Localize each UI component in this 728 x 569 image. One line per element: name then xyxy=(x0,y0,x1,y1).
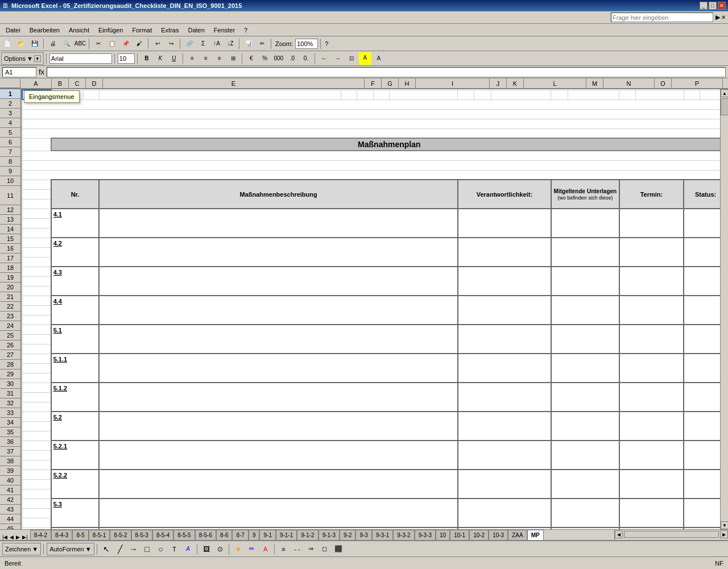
tab-9-3-2[interactable]: 9-3-2 xyxy=(393,530,414,540)
arrow-btn[interactable]: → xyxy=(127,543,140,555)
row-44[interactable]: 44 xyxy=(0,514,20,524)
cut-btn[interactable]: ✂ xyxy=(92,38,105,50)
desc-5.2[interactable] xyxy=(99,412,458,441)
row-8[interactable]: 8 xyxy=(0,157,20,167)
nr-5.3[interactable]: 5.3 xyxy=(51,499,100,528)
help-icon[interactable]: ? xyxy=(325,40,328,47)
row-11[interactable]: 11 xyxy=(0,186,20,205)
align-left-btn[interactable]: ≡ xyxy=(186,52,198,65)
row-18[interactable]: 18 xyxy=(0,263,20,273)
row-42[interactable]: 42 xyxy=(0,495,20,505)
row-36[interactable]: 36 xyxy=(0,437,20,447)
col-A[interactable]: A xyxy=(20,78,52,88)
desc-4.3[interactable] xyxy=(99,267,458,296)
desc-6.1[interactable] xyxy=(99,528,458,529)
oval-btn[interactable]: ○ xyxy=(155,543,167,555)
tab-9-3-3[interactable]: 9-3-3 xyxy=(415,530,436,540)
thousands-btn[interactable]: 000 xyxy=(272,52,285,65)
desc-4.2[interactable] xyxy=(99,238,458,267)
date-5.2.1[interactable] xyxy=(619,441,684,470)
row-23[interactable]: 23 xyxy=(0,312,20,321)
doc-5.3[interactable] xyxy=(551,499,619,528)
doc-4.2[interactable] xyxy=(551,238,619,267)
col-L[interactable]: L xyxy=(524,78,586,88)
redo-btn[interactable]: ↪ xyxy=(165,38,177,50)
desc-5.1[interactable] xyxy=(99,325,458,354)
resp-6.1[interactable] xyxy=(458,528,551,529)
empty-row-2[interactable] xyxy=(22,99,727,109)
empty-row-5[interactable] xyxy=(22,128,727,138)
menu-bearbeiten[interactable]: Bearbeiten xyxy=(25,24,64,36)
menu-daten[interactable]: Daten xyxy=(183,24,209,36)
row-40[interactable]: 40 xyxy=(0,476,20,485)
row-2[interactable]: 2 xyxy=(0,99,20,109)
cell-reference[interactable]: A1 xyxy=(2,67,36,77)
drawing-btn[interactable]: ✏ xyxy=(256,38,268,50)
row-9[interactable]: 9 xyxy=(0,167,20,176)
desc-5.1.2[interactable] xyxy=(99,383,458,412)
help-close-icon[interactable]: ✕ xyxy=(721,14,726,20)
cell-q1[interactable] xyxy=(684,90,700,99)
cell-f1[interactable] xyxy=(341,90,357,99)
font-size-input[interactable]: 10 xyxy=(118,53,135,64)
row-34[interactable]: 34 xyxy=(0,418,20,427)
empty-row-9[interactable] xyxy=(22,170,727,180)
underline-btn[interactable]: U xyxy=(168,52,180,65)
wordart-btn[interactable]: A xyxy=(182,543,195,555)
resp-5.1[interactable] xyxy=(458,325,551,354)
border-btn[interactable]: ⊡ xyxy=(345,52,358,65)
tab-10-2[interactable]: 10-2 xyxy=(469,530,489,540)
resp-4.1[interactable] xyxy=(458,209,551,238)
h-scroll-right-btn[interactable]: ▶ xyxy=(720,530,728,538)
tab-10[interactable]: 10 xyxy=(436,530,450,540)
row-13[interactable]: 13 xyxy=(0,215,20,225)
3d-style-btn[interactable]: ⬛ xyxy=(332,543,345,555)
font-color-btn[interactable]: A xyxy=(373,52,385,65)
row-10[interactable]: 10 xyxy=(0,176,20,186)
desc-5.1.1[interactable] xyxy=(99,354,458,383)
row-4[interactable]: 4 xyxy=(0,118,20,128)
line-style-btn[interactable]: ≡ xyxy=(278,543,290,555)
sort-asc-btn[interactable]: ↑A xyxy=(210,38,223,50)
tab-9-3-1[interactable]: 9-3-1 xyxy=(372,530,393,540)
doc-5.1[interactable] xyxy=(551,325,619,354)
nr-4.1[interactable]: 4.1 xyxy=(51,209,100,238)
col-N[interactable]: N xyxy=(603,78,655,88)
row-19[interactable]: 19 xyxy=(0,273,20,283)
row-27[interactable]: 27 xyxy=(0,350,20,360)
cell-d1[interactable] xyxy=(83,90,99,99)
desc-4.4[interactable] xyxy=(99,296,458,325)
cell-o1[interactable] xyxy=(619,90,636,99)
hyperlink-btn[interactable]: 🔗 xyxy=(183,38,196,50)
fx-icon[interactable]: fx xyxy=(39,68,44,76)
date-5.3[interactable] xyxy=(619,499,684,528)
resp-5.2.2[interactable] xyxy=(458,470,551,499)
cell-g1[interactable] xyxy=(357,90,373,99)
cell-j1[interactable] xyxy=(458,90,474,99)
scroll-down-btn[interactable]: ▼ xyxy=(721,521,728,529)
menu-ansicht[interactable]: Ansicht xyxy=(64,24,94,36)
col-F[interactable]: F xyxy=(365,78,382,88)
autoformen-btn[interactable]: AutoFormen ▼ xyxy=(47,543,94,555)
spell-btn[interactable]: ABC xyxy=(74,38,86,50)
row-37[interactable]: 37 xyxy=(0,447,20,456)
close-btn[interactable]: ✕ xyxy=(718,2,726,10)
shadow-style-btn[interactable]: ◻ xyxy=(318,543,331,555)
doc-4.1[interactable] xyxy=(551,209,619,238)
tab-8-5-3[interactable]: 8-5-3 xyxy=(131,530,152,540)
format-painter-btn[interactable]: 🖌 xyxy=(133,38,146,50)
dash-style-btn[interactable]: - - xyxy=(291,543,304,555)
row-31[interactable]: 31 xyxy=(0,389,20,398)
row-38[interactable]: 38 xyxy=(0,456,20,466)
tab-mp[interactable]: MP xyxy=(527,530,544,540)
indent-inc-btn[interactable]: → xyxy=(332,52,344,65)
date-5.1[interactable] xyxy=(619,325,684,354)
empty-row-3[interactable] xyxy=(22,109,727,119)
row-7[interactable]: 7 xyxy=(0,147,20,157)
merge-btn[interactable]: ⊞ xyxy=(227,52,239,65)
help-input[interactable] xyxy=(611,13,713,22)
bold-btn[interactable]: B xyxy=(140,52,153,65)
row-17[interactable]: 17 xyxy=(0,254,20,263)
resp-4.3[interactable] xyxy=(458,267,551,296)
decimal-dec-btn[interactable]: 0. xyxy=(300,52,312,65)
